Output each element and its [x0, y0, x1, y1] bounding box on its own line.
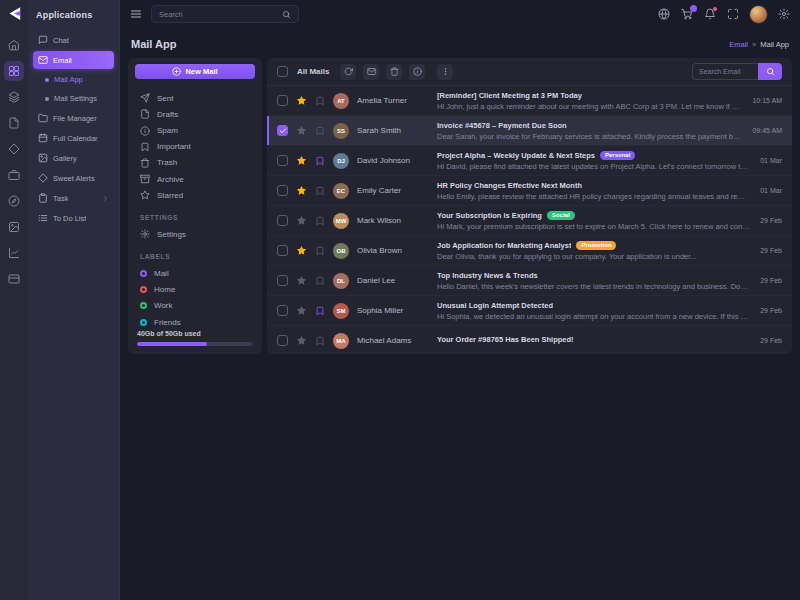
email-row[interactable]: MW Mark Wilson Your Subscription is Expi…	[267, 206, 792, 236]
star-icon[interactable]	[296, 305, 307, 316]
email-row[interactable]: SM Sophia Miller Unusual Login Attempt D…	[267, 296, 792, 326]
mail-settings-item[interactable]: Settings	[133, 226, 257, 242]
star-icon[interactable]	[296, 125, 307, 136]
app-logo-icon[interactable]	[6, 5, 23, 22]
mail-search-button[interactable]	[758, 63, 782, 80]
sender-name: Emily Carter	[357, 186, 429, 195]
star-icon[interactable]	[296, 245, 307, 256]
email-content: Your Subscription is Expiring Social Hi …	[437, 211, 750, 231]
mail-label-item[interactable]: Work	[133, 298, 257, 314]
sender-name: Olivia Brown	[357, 246, 429, 255]
email-row[interactable]: OB Olivia Brown Job Application for Mark…	[267, 236, 792, 266]
mail-label-item[interactable]: Home	[133, 282, 257, 298]
sidebar-item-task[interactable]: Task	[33, 189, 114, 207]
maximize-icon[interactable]	[727, 8, 739, 20]
mail-folder-item[interactable]: Important	[133, 139, 257, 155]
chart-icon[interactable]	[4, 243, 24, 263]
email-time: 29 Feb	[760, 337, 782, 344]
user-avatar[interactable]	[750, 6, 767, 23]
star-icon[interactable]	[296, 155, 307, 166]
mark-read-icon[interactable]	[363, 64, 379, 80]
bookmark-icon[interactable]	[315, 156, 325, 166]
diamond-icon[interactable]	[4, 139, 24, 159]
sidebar-item-sweet-alerts[interactable]: Sweet Alerts	[33, 169, 114, 187]
email-row[interactable]: DJ David Johnson Project Alpha – Weekly …	[267, 146, 792, 176]
sidebar-item-email[interactable]: Email	[33, 51, 114, 69]
bookmark-icon[interactable]	[315, 306, 325, 316]
sidebar-item-icon	[38, 55, 48, 65]
sidebar-item-file-manager[interactable]: File Manager	[33, 109, 114, 127]
layers-icon[interactable]	[4, 87, 24, 107]
email-checkbox[interactable]	[277, 275, 288, 286]
avatar: DJ	[333, 153, 349, 169]
email-time: 29 Feb	[760, 217, 782, 224]
select-all-label[interactable]: All Mails	[297, 67, 329, 76]
email-row[interactable]: MA Michael Adams Your Order #98765 Has B…	[267, 326, 792, 354]
sidebar-item-mail-app[interactable]: Mail App	[33, 71, 114, 88]
bookmark-icon[interactable]	[315, 186, 325, 196]
star-icon[interactable]	[296, 185, 307, 196]
email-checkbox[interactable]	[277, 185, 288, 196]
email-time: 09:45 AM	[752, 127, 782, 134]
breadcrumb-link[interactable]: Email	[729, 40, 748, 49]
mail-label-item[interactable]: Mail	[133, 265, 257, 281]
bookmark-icon[interactable]	[315, 126, 325, 136]
mail-folder-item[interactable]: Spam	[133, 123, 257, 139]
bookmark-icon[interactable]	[315, 96, 325, 106]
compass-icon[interactable]	[4, 191, 24, 211]
email-checkbox[interactable]	[277, 335, 288, 346]
home-icon[interactable]	[4, 35, 24, 55]
email-checkbox[interactable]	[277, 245, 288, 256]
spam-icon[interactable]	[409, 64, 425, 80]
sender-name: Michael Adams	[357, 336, 429, 345]
select-all-checkbox[interactable]	[277, 66, 288, 77]
sidebar-item-chat[interactable]: Chat	[33, 31, 114, 49]
email-row[interactable]: EC Emily Carter HR Policy Changes Effect…	[267, 176, 792, 206]
bookmark-icon[interactable]	[315, 216, 325, 226]
delete-icon[interactable]	[386, 64, 402, 80]
mail-label-item[interactable]: Friends	[133, 314, 257, 330]
image-icon[interactable]	[4, 217, 24, 237]
global-search-input[interactable]	[159, 10, 277, 19]
sidebar-item-full-calendar[interactable]: Full Calendar	[33, 129, 114, 147]
folder-item-icon	[140, 93, 150, 103]
dots-vertical-icon[interactable]	[437, 64, 453, 80]
briefcase-icon[interactable]	[4, 165, 24, 185]
mail-folder-item[interactable]: Sent	[133, 90, 257, 106]
email-checkbox[interactable]	[277, 215, 288, 226]
file-icon[interactable]	[4, 113, 24, 133]
email-checkbox[interactable]	[277, 155, 288, 166]
star-icon[interactable]	[296, 215, 307, 226]
email-checkbox[interactable]	[277, 305, 288, 316]
cart-icon[interactable]	[681, 8, 693, 20]
hamburger-menu-icon[interactable]	[130, 8, 142, 20]
settings-icon[interactable]	[778, 8, 790, 20]
new-mail-button[interactable]: New Mail	[135, 64, 255, 79]
star-icon[interactable]	[296, 275, 307, 286]
bell-icon[interactable]	[704, 8, 716, 20]
mail-folder-item[interactable]: Drafts	[133, 106, 257, 122]
email-row[interactable]: SS Sarah Smith Invoice #45678 – Payment …	[267, 116, 792, 146]
mail-search-input[interactable]	[692, 63, 758, 80]
sidebar-item-to-do-list[interactable]: To Do List	[33, 209, 114, 227]
mail-folder-item[interactable]: Starred	[133, 187, 257, 203]
star-icon[interactable]	[296, 95, 307, 106]
bookmark-icon[interactable]	[315, 246, 325, 256]
email-row[interactable]: DL Daniel Lee Top Industry News & Trends…	[267, 266, 792, 296]
refresh-icon[interactable]	[340, 64, 356, 80]
sidebar-item-mail-settings[interactable]: Mail Settings	[33, 90, 114, 107]
star-icon[interactable]	[296, 335, 307, 346]
email-checkbox[interactable]	[277, 95, 288, 106]
grid-icon[interactable]	[4, 61, 24, 81]
plus-circle-icon	[172, 67, 181, 76]
email-checkbox[interactable]	[277, 125, 288, 136]
bookmark-icon[interactable]	[315, 276, 325, 286]
mail-folder-item[interactable]: Archive	[133, 171, 257, 187]
card-icon[interactable]	[4, 269, 24, 289]
email-row[interactable]: AT Amelia Turner [Reminder] Client Meeti…	[267, 86, 792, 116]
sidebar-item-gallery[interactable]: Gallery	[33, 149, 114, 167]
bookmark-icon[interactable]	[315, 336, 325, 346]
mail-app: New Mail Sent Drafts	[128, 58, 792, 354]
mail-folder-item[interactable]: Trash	[133, 155, 257, 171]
language-icon[interactable]	[658, 8, 670, 20]
